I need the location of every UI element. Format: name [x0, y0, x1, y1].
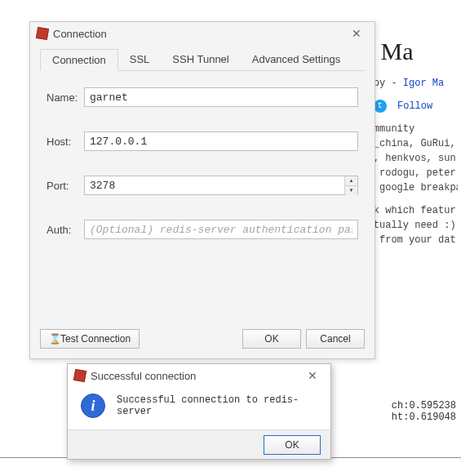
- msgbox-ok-button[interactable]: OK: [264, 435, 321, 455]
- info-icon: i: [81, 394, 105, 418]
- cancel-button[interactable]: Cancel: [306, 329, 365, 349]
- app-icon: [73, 369, 86, 382]
- bg-metrics: ch:0.595238 ht:0.619048: [392, 400, 456, 423]
- tab-ssh-tunnel[interactable]: SSH Tunnel: [161, 49, 240, 71]
- tab-connection[interactable]: Connection: [40, 49, 118, 71]
- msgbox-footer: OK: [68, 429, 330, 459]
- close-icon[interactable]: ✕: [301, 369, 324, 382]
- host-label: Host:: [47, 136, 84, 148]
- auth-label: Auth:: [47, 224, 84, 236]
- msgbox-titlebar: Successful connection ✕: [68, 364, 330, 387]
- msgbox-text: Successful connection to redis-server: [117, 394, 317, 417]
- hourglass-icon: ⌛: [49, 333, 57, 345]
- dialog-title: Connection: [53, 28, 345, 40]
- name-label: Name:: [47, 91, 84, 104]
- msgbox-body: i Successful connection to redis-server: [68, 387, 330, 425]
- tabbar: Connection SSL SSH Tunnel Advanced Setti…: [40, 48, 365, 71]
- port-spinner[interactable]: ▲ ▼: [344, 176, 357, 194]
- row-host: Host:: [47, 131, 358, 151]
- dialog-titlebar: Connection ✕: [30, 22, 375, 45]
- follow-link[interactable]: Follow: [397, 100, 432, 112]
- host-input[interactable]: [84, 131, 358, 151]
- connection-form: Name: Host: Port: ▲ ▼ Auth:: [30, 71, 375, 272]
- app-icon: [36, 27, 49, 40]
- port-input[interactable]: [84, 176, 358, 195]
- success-msgbox: Successful connection ✕ i Successful con…: [67, 363, 331, 460]
- dialog-footer: ⌛ Test Connection OK Cancel: [40, 329, 365, 349]
- spin-up-icon[interactable]: ▲: [345, 176, 357, 186]
- tab-advanced-settings[interactable]: Advanced Settings: [241, 49, 352, 71]
- ok-button[interactable]: OK: [242, 329, 301, 349]
- test-connection-button[interactable]: ⌛ Test Connection: [40, 329, 140, 349]
- tab-ssl[interactable]: SSL: [118, 49, 162, 71]
- twitter-icon[interactable]: t: [374, 100, 387, 113]
- port-label: Port:: [47, 180, 84, 192]
- auth-input[interactable]: [84, 220, 358, 239]
- msgbox-title: Successful connection: [91, 370, 301, 382]
- close-icon[interactable]: ✕: [345, 27, 368, 40]
- test-connection-label: Test Connection: [60, 333, 131, 345]
- name-input[interactable]: [84, 87, 358, 107]
- row-port: Port: ▲ ▼: [47, 176, 358, 195]
- row-name: Name:: [47, 87, 358, 107]
- spin-down-icon[interactable]: ▼: [345, 186, 357, 195]
- row-auth: Auth:: [47, 220, 358, 239]
- connection-dialog: Connection ✕ Connection SSL SSH Tunnel A…: [29, 21, 375, 359]
- author-link[interactable]: Igor Ma: [403, 78, 444, 89]
